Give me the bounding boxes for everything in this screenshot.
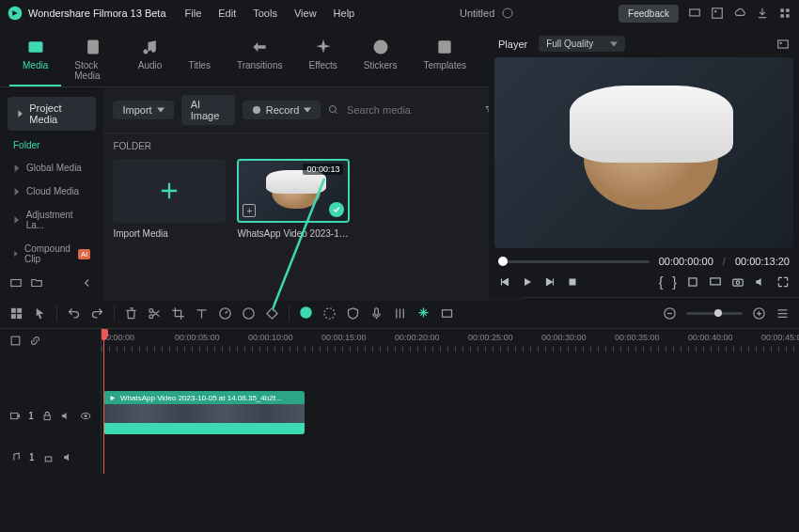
- add-folder-icon[interactable]: [9, 276, 23, 289]
- detach-icon[interactable]: [709, 275, 722, 289]
- sidebar-folder[interactable]: Folder: [0, 134, 103, 156]
- audio-track-header[interactable]: 1: [0, 440, 101, 474]
- tab-titles[interactable]: Titles: [175, 32, 224, 86]
- preview-viewport[interactable]: [494, 57, 793, 248]
- import-button[interactable]: Import: [113, 101, 173, 119]
- svg-rect-37: [443, 309, 452, 317]
- play-icon[interactable]: [521, 275, 534, 289]
- menu-help[interactable]: Help: [334, 8, 355, 19]
- undo-icon[interactable]: [67, 306, 81, 321]
- snapshot-icon[interactable]: [731, 275, 744, 289]
- volume-icon[interactable]: [754, 275, 767, 289]
- feedback-button[interactable]: Feedback: [619, 5, 679, 23]
- next-frame-icon[interactable]: [543, 275, 556, 289]
- media-clip-card[interactable]: 00:00:13 + WhatsApp Video 2023-10-05...: [237, 159, 350, 244]
- tab-effects[interactable]: Effects: [295, 32, 350, 86]
- cloud-icon[interactable]: [733, 7, 746, 20]
- text-icon[interactable]: [195, 306, 209, 321]
- mute-icon[interactable]: [60, 410, 71, 422]
- ai-icon[interactable]: [299, 305, 313, 320]
- apps-icon[interactable]: [778, 7, 791, 20]
- svg-point-34: [300, 306, 312, 319]
- picture-icon[interactable]: [776, 38, 790, 51]
- marker-icon[interactable]: [322, 306, 337, 321]
- stop-icon[interactable]: [566, 275, 579, 289]
- menu-file[interactable]: File: [185, 8, 202, 19]
- scrub-slider[interactable]: [498, 260, 650, 263]
- cursor-icon[interactable]: [33, 306, 47, 321]
- svg-rect-9: [28, 41, 42, 53]
- tab-transitions[interactable]: Transitions: [224, 32, 296, 86]
- crop-icon[interactable]: [686, 275, 699, 289]
- zoom-out-icon[interactable]: [663, 306, 677, 321]
- sidebar-item-cloud[interactable]: Cloud Media: [0, 180, 103, 203]
- audio-track[interactable]: [102, 447, 799, 474]
- record-button[interactable]: Record: [243, 101, 321, 119]
- search-input[interactable]: [347, 104, 477, 116]
- keyframe-icon[interactable]: [265, 306, 279, 321]
- ruler-tick: 00:00:15:00: [321, 333, 367, 342]
- shield-icon[interactable]: [346, 306, 360, 321]
- speed-icon[interactable]: [218, 306, 232, 321]
- prev-frame-icon[interactable]: [498, 275, 511, 289]
- mark-in-icon[interactable]: {: [659, 274, 664, 289]
- sidebar-item-adjustment[interactable]: Adjustment La...: [0, 203, 103, 237]
- visibility-icon[interactable]: [80, 410, 91, 422]
- download-icon[interactable]: [756, 7, 769, 20]
- svg-rect-45: [45, 456, 52, 461]
- link-icon[interactable]: [29, 335, 41, 347]
- svg-rect-19: [778, 39, 789, 47]
- mute-icon[interactable]: [62, 451, 74, 463]
- crop-tool-icon[interactable]: [171, 306, 185, 321]
- quality-dropdown[interactable]: Full Quality: [539, 36, 625, 52]
- layout-icon[interactable]: [9, 306, 24, 321]
- mixer-icon[interactable]: [393, 306, 407, 321]
- view-list-icon[interactable]: [776, 306, 790, 321]
- project-name[interactable]: Untitled: [460, 8, 494, 19]
- mic-icon[interactable]: [369, 306, 384, 321]
- sidebar-project-media[interactable]: Project Media: [8, 97, 96, 131]
- video-track[interactable]: WhatsApp Video 2023-10-05 at 14.08.35_4b…: [102, 391, 799, 440]
- new-folder-icon[interactable]: [30, 276, 43, 289]
- import-media-card[interactable]: Import Media: [113, 159, 226, 244]
- fullscreen-icon[interactable]: [776, 275, 790, 289]
- tab-stickers[interactable]: Stickers: [351, 32, 411, 86]
- photo-icon[interactable]: [711, 7, 724, 20]
- video-track-header[interactable]: 1: [0, 391, 101, 440]
- tab-media[interactable]: Media: [9, 32, 61, 86]
- sidebar-item-global[interactable]: Global Media: [0, 156, 103, 180]
- lock-icon[interactable]: [42, 451, 55, 463]
- timeline-ruler[interactable]: 00:00:0000:00:05:0000:00:10:0000:00:15:0…: [102, 329, 799, 353]
- menu-view[interactable]: View: [294, 8, 317, 19]
- tracks-area[interactable]: 00:00:0000:00:05:0000:00:10:0000:00:15:0…: [102, 329, 799, 474]
- playhead[interactable]: [103, 329, 104, 474]
- delete-icon[interactable]: [124, 306, 138, 321]
- sidebar-item-compound[interactable]: Compound ClipAI: [0, 237, 103, 271]
- tab-templates[interactable]: Templates: [410, 32, 479, 86]
- lock-icon[interactable]: [41, 410, 53, 422]
- svg-point-20: [780, 41, 782, 43]
- color-icon[interactable]: [242, 306, 256, 321]
- timeline-options-icon[interactable]: [9, 335, 22, 347]
- add-to-timeline-icon[interactable]: +: [243, 204, 256, 217]
- split-icon[interactable]: [148, 306, 162, 321]
- redo-icon[interactable]: [90, 306, 104, 321]
- menu-edit[interactable]: Edit: [218, 8, 236, 19]
- ai-tools-icon[interactable]: [416, 305, 431, 320]
- render-icon[interactable]: [440, 306, 454, 321]
- mark-out-icon[interactable]: }: [672, 274, 677, 289]
- menu-tools[interactable]: Tools: [253, 8, 277, 19]
- timeline-toolbar: [0, 297, 799, 329]
- timeline-clip[interactable]: WhatsApp Video 2023-10-05 at 14.08.35_4b…: [103, 391, 305, 434]
- zoom-slider[interactable]: [686, 312, 743, 315]
- ai-image-button[interactable]: AI Image: [181, 95, 235, 125]
- tab-stock[interactable]: Stock Media: [61, 32, 125, 86]
- tab-audio[interactable]: Audio: [125, 32, 176, 86]
- app-title: Wondershare Filmora 13 Beta: [28, 8, 166, 19]
- video-track-icon: [9, 410, 21, 422]
- display-icon[interactable]: [688, 7, 701, 20]
- sync-icon[interactable]: [502, 8, 513, 19]
- collapse-icon[interactable]: [81, 276, 94, 289]
- svg-point-35: [324, 307, 335, 318]
- zoom-in-icon[interactable]: [752, 306, 766, 321]
